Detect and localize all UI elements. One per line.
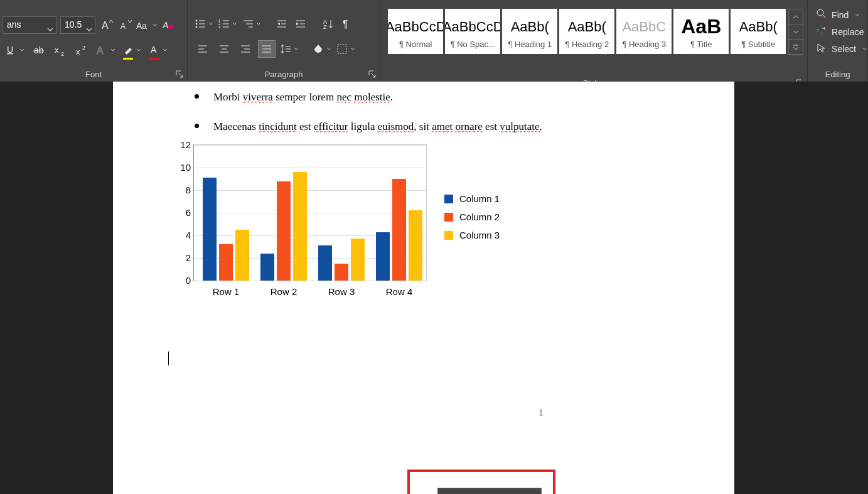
strikethrough-button[interactable]: ab <box>31 43 46 58</box>
group-label-paragraph: Paragraph <box>188 70 380 79</box>
style-tile-6[interactable]: AaBb(¶ Subtitle <box>731 9 786 54</box>
shading-button[interactable] <box>312 41 332 56</box>
style-tile-5[interactable]: AaB¶ Title <box>673 9 729 54</box>
chart-plot: 024681012 Row 1Row 2Row 3Row 4 <box>169 141 431 304</box>
svg-text:¶: ¶ <box>343 19 348 30</box>
svg-text:2: 2 <box>61 51 64 57</box>
highlight-color-button[interactable] <box>122 43 142 58</box>
align-center-button[interactable] <box>215 40 233 58</box>
svg-text:A: A <box>97 45 104 56</box>
chevron-down-icon <box>47 22 53 37</box>
legend-item: Column 3 <box>444 230 500 240</box>
justify-button[interactable] <box>258 40 276 58</box>
replace-label: Replace <box>832 27 864 37</box>
show-marks-button[interactable]: ¶ <box>340 16 355 31</box>
legend-item: Column 1 <box>444 193 500 204</box>
page-1[interactable]: Morbi viverra semper lorem nec molestie.… <box>113 82 734 494</box>
style-tile-2[interactable]: AaBb(¶ Heading 1 <box>502 9 557 54</box>
sort-button[interactable]: AZ <box>321 16 336 31</box>
decrease-indent-button[interactable] <box>274 16 289 31</box>
shrink-font-button[interactable]: A <box>118 18 133 33</box>
svg-point-14 <box>196 20 198 22</box>
group-paragraph: 123 AZ ¶ Paragraph <box>188 0 380 82</box>
underline-button[interactable]: U <box>5 43 25 58</box>
ribbon: ans 10.5 A A Aa A U ab x2 x2 A A <box>0 0 868 82</box>
styles-scroll-down[interactable] <box>789 24 803 40</box>
svg-text:x: x <box>76 47 80 56</box>
clear-formatting-button[interactable]: A <box>161 18 176 33</box>
font-size-combo[interactable]: 10.5 <box>60 16 95 34</box>
styles-gallery: AaBbCcD¶ NormalAaBbCcD¶ No Spac...AaBb(¶… <box>388 9 786 54</box>
list-item: Morbi viverra semper lorem nec molestie. <box>207 88 734 104</box>
subscript-button[interactable]: x2 <box>53 43 68 58</box>
cursor-icon <box>817 43 827 55</box>
svg-text:3: 3 <box>218 25 221 29</box>
styles-scroll[interactable] <box>788 9 803 55</box>
multilevel-list-button[interactable] <box>242 16 262 31</box>
find-button[interactable]: Find <box>817 9 867 21</box>
svg-text:a: a <box>817 27 820 33</box>
svg-rect-4 <box>168 24 174 30</box>
borders-button[interactable] <box>336 41 356 56</box>
svg-text:Z: Z <box>323 24 327 30</box>
svg-point-55 <box>817 9 823 16</box>
font-color-swatch <box>149 58 159 60</box>
change-case-button[interactable]: Aa <box>137 18 157 33</box>
text-cursor <box>168 352 169 365</box>
bullets-button[interactable] <box>194 16 214 31</box>
text-effects-button[interactable]: A <box>95 43 115 58</box>
svg-text:A: A <box>102 20 109 31</box>
svg-text:x: x <box>55 45 59 55</box>
svg-text:A: A <box>121 22 126 31</box>
select-button[interactable]: Select <box>817 43 867 55</box>
svg-text:b: b <box>821 31 824 36</box>
list-item: Maecenas tincidunt est efficitur ligula … <box>207 117 734 133</box>
chart-legend: Column 1Column 2Column 3 <box>444 193 500 304</box>
highlight-color-swatch <box>123 58 133 60</box>
svg-rect-53 <box>338 45 346 53</box>
svg-point-16 <box>196 23 198 25</box>
styles-scroll-more[interactable] <box>789 40 803 55</box>
group-font: ans 10.5 A A Aa A U ab x2 x2 A A <box>0 0 188 82</box>
font-size-value: 10.5 <box>65 19 82 30</box>
chart-object[interactable]: 024681012 Row 1Row 2Row 3Row 4 Column 1C… <box>169 141 500 304</box>
select-label: Select <box>832 44 856 54</box>
align-right-button[interactable] <box>237 40 254 58</box>
svg-text:Aa: Aa <box>136 21 147 31</box>
line-spacing-button[interactable] <box>279 41 299 56</box>
superscript-button[interactable]: x2 <box>74 43 89 58</box>
group-editing: Find ab Replace Select Editing <box>808 0 868 82</box>
font-name-combo[interactable]: ans <box>3 16 56 34</box>
numbering-button[interactable]: 123 <box>218 16 238 31</box>
font-color-button[interactable]: A <box>148 43 168 58</box>
style-tile-0[interactable]: AaBbCcD¶ Normal <box>388 9 443 54</box>
svg-text:A: A <box>162 20 168 30</box>
styles-scroll-up[interactable] <box>789 9 803 24</box>
group-label-editing: Editing <box>808 70 867 79</box>
svg-text:A: A <box>151 45 157 55</box>
font-name-value: ans <box>7 19 21 30</box>
paragraph-dialog-launcher[interactable] <box>368 70 376 78</box>
page-number: 1 <box>538 407 544 419</box>
style-tile-4[interactable]: AaBbC¶ Heading 3 <box>616 9 672 54</box>
svg-text:U: U <box>7 45 13 55</box>
chevron-down-icon <box>86 22 92 37</box>
svg-text:2: 2 <box>82 45 85 51</box>
align-left-button[interactable] <box>194 40 212 58</box>
grow-font-button[interactable]: A <box>99 18 114 33</box>
increase-indent-button[interactable] <box>293 16 308 31</box>
svg-text:ab: ab <box>34 45 44 55</box>
replace-icon: ab <box>817 26 827 38</box>
group-styles: AaBbCcD¶ NormalAaBbCcD¶ No Spac...AaBb(¶… <box>380 0 808 90</box>
font-dialog-launcher[interactable] <box>176 70 183 78</box>
document-area[interactable]: Morbi viverra semper lorem nec molestie.… <box>0 82 868 494</box>
group-label-font: Font <box>0 70 187 79</box>
context-menu-edit-footer[interactable]: Edit Footer <box>437 488 542 494</box>
legend-item: Column 2 <box>444 212 500 222</box>
find-label: Find <box>832 10 849 20</box>
style-tile-1[interactable]: AaBbCcD¶ No Spac... <box>445 9 500 54</box>
search-icon <box>817 9 827 21</box>
replace-button[interactable]: ab Replace <box>817 26 867 38</box>
style-tile-3[interactable]: AaBb(¶ Heading 2 <box>559 9 614 54</box>
svg-line-56 <box>823 15 826 18</box>
